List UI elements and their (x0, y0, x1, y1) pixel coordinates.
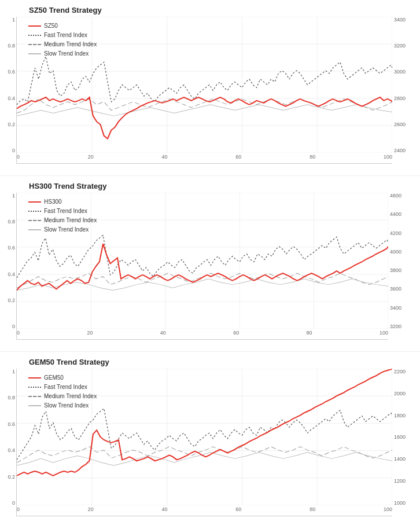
hs300-legend-medium: Medium Trend Index (28, 216, 97, 225)
gem50-y-axis-left: 1 0.8 0.6 0.4 0.2 0 (6, 369, 16, 516)
gem50-plot-area: GEM50 Fast Trend Index Medium Trend Inde… (16, 369, 392, 516)
sz50-y-axis-right: 3400 3200 3000 2800 2600 2400 (392, 17, 414, 164)
sz50-legend-medium-label: Medium Trend Index (44, 40, 97, 49)
gem50-legend-medium: Medium Trend Index (28, 392, 97, 401)
sz50-legend-fast: Fast Trend Index (28, 31, 97, 40)
gem50-x-axis: 0 20 40 60 80 100 (17, 505, 392, 516)
gem50-legend-fast-icon (28, 387, 41, 388)
gem50-legend-medium-label: Medium Trend Index (44, 392, 97, 401)
hs300-plot-area: HS300 Fast Trend Index Medium Trend Inde… (16, 193, 388, 340)
hs300-legend-primary-icon (28, 201, 41, 203)
gem50-title: GEM50 Trend Strategy (29, 358, 414, 366)
sz50-plot-area: SZ50 Fast Trend Index Medium Trend Index… (16, 17, 392, 164)
hs300-y-axis-left: 1 0.8 0.6 0.4 0.2 0 (6, 193, 16, 340)
hs300-x-axis: 0 20 40 60 80 100 (17, 329, 388, 339)
gem50-legend-fast: Fast Trend Index (28, 383, 97, 392)
sz50-price (17, 97, 392, 138)
hs300-legend-slow-label: Slow Trend Index (44, 225, 89, 234)
hs300-slow-trend (17, 279, 388, 291)
sz50-legend-slow-label: Slow Trend Index (44, 49, 89, 58)
hs300-chart: HS300 Trend Strategy 1 0.8 0.6 0.4 0.2 0 (0, 176, 420, 352)
sz50-chart: SZ50 Trend Strategy 1 0.8 0.6 0.4 0.2 0 (0, 0, 420, 176)
sz50-slow-trend (17, 105, 392, 116)
gem50-fast-trend (17, 409, 392, 460)
gem50-legend-medium-icon (28, 396, 41, 397)
gem50-legend-slow-label: Slow Trend Index (44, 401, 89, 410)
gem50-legend: GEM50 Fast Trend Index Medium Trend Inde… (28, 373, 97, 410)
hs300-y-axis-right: 4600 4400 4200 4000 3800 3600 3400 3200 (388, 193, 414, 340)
gem50-chart: GEM50 Trend Strategy 1 0.8 0.6 0.4 0.2 0 (0, 352, 420, 528)
sz50-fast-trend (17, 57, 392, 105)
gem50-medium-trend (17, 447, 392, 463)
hs300-legend-fast: Fast Trend Index (28, 207, 97, 216)
sz50-title: SZ50 Trend Strategy (29, 6, 414, 14)
sz50-legend-fast-icon (28, 35, 41, 36)
sz50-legend-fast-label: Fast Trend Index (44, 31, 87, 40)
hs300-legend-slow: Slow Trend Index (28, 225, 97, 234)
gem50-legend-primary: GEM50 (28, 373, 97, 383)
sz50-legend-slow-icon (28, 53, 41, 54)
gem50-legend-primary-label: GEM50 (44, 373, 64, 383)
gem50-y-axis-right: 2200 2000 1800 1600 1400 1200 1000 (392, 369, 414, 516)
sz50-x-axis: 0 20 40 60 80 100 (17, 153, 392, 163)
hs300-fast-trend (17, 235, 388, 277)
hs300-legend-medium-label: Medium Trend Index (44, 216, 97, 225)
gem50-legend-fast-label: Fast Trend Index (44, 383, 87, 392)
gem50-legend-primary-icon (28, 377, 41, 379)
gem50-legend-slow: Slow Trend Index (28, 401, 97, 410)
hs300-legend-fast-label: Fast Trend Index (44, 207, 87, 216)
hs300-title: HS300 Trend Strategy (29, 182, 414, 190)
hs300-legend-fast-icon (28, 211, 41, 212)
hs300-legend: HS300 Fast Trend Index Medium Trend Inde… (28, 197, 97, 234)
sz50-legend-slow: Slow Trend Index (28, 49, 97, 58)
sz50-legend-medium-icon (28, 44, 41, 45)
sz50-legend-primary-label: SZ50 (44, 21, 58, 31)
sz50-legend-primary: SZ50 (28, 21, 97, 31)
hs300-legend-medium-icon (28, 220, 41, 221)
sz50-legend-medium: Medium Trend Index (28, 40, 97, 49)
gem50-legend-slow-icon (28, 405, 41, 406)
sz50-legend: SZ50 Fast Trend Index Medium Trend Index… (28, 21, 97, 58)
hs300-legend-slow-icon (28, 229, 41, 230)
hs300-legend-primary: HS300 (28, 197, 97, 207)
hs300-legend-primary-label: HS300 (44, 197, 62, 207)
sz50-y-axis-left: 1 0.8 0.6 0.4 0.2 0 (6, 17, 16, 164)
gem50-slow-trend (17, 453, 392, 466)
sz50-legend-primary-icon (28, 25, 41, 27)
